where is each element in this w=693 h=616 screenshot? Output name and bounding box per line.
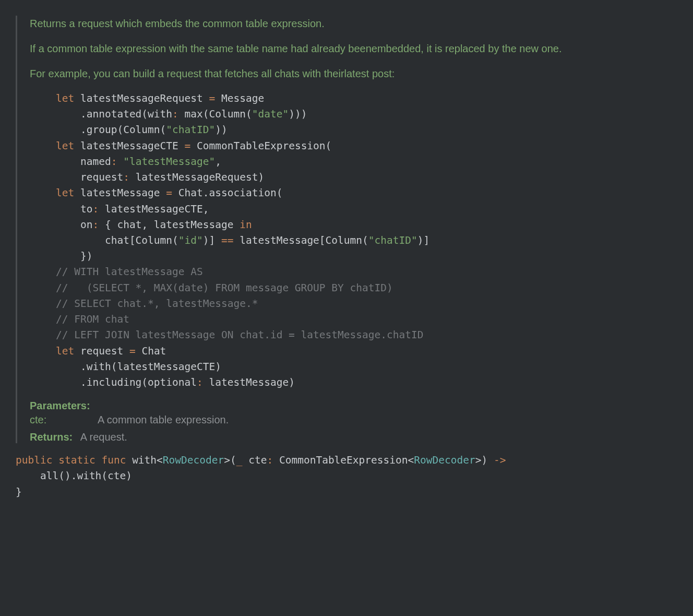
parameters-section: Parameters: cte: A common table expressi… (30, 400, 677, 426)
kw-let: let (56, 140, 74, 152)
comment: // WITH latestMessage AS (56, 266, 203, 278)
kw-let: let (56, 187, 74, 199)
parameters-label: Parameters: (30, 400, 672, 412)
doc-paragraph-2: If a common table expression with the sa… (30, 41, 677, 56)
closing-brace: } (16, 486, 22, 498)
fn-name: with (132, 454, 157, 466)
comment: // LEFT JOIN latestMessage ON chat.id = … (56, 329, 423, 341)
kw-static: static (58, 454, 95, 466)
parameter-description: A common table expression. (98, 414, 229, 426)
returns-section: Returns: A request. (30, 431, 677, 443)
returns-label: Returns: (30, 431, 73, 443)
kw-public: public (16, 454, 52, 466)
kw-func: func (101, 454, 126, 466)
kw-let: let (56, 92, 74, 104)
parameter-name: cte: (30, 414, 98, 426)
generic-type: RowDecoder (414, 454, 475, 466)
doc-paragraph-1: Returns a request which embeds the commo… (30, 16, 677, 31)
parameter-row: cte: A common table expression. (30, 414, 677, 426)
comment: // (SELECT *, MAX(date) FROM message GRO… (56, 282, 393, 294)
doc-paragraph-3: For example, you can build a request tha… (30, 66, 677, 81)
comment: // SELECT chat.*, latestMessage.* (56, 298, 258, 310)
documentation-block: Returns a request which embeds the commo… (16, 16, 677, 443)
comment: // FROM chat (56, 313, 129, 325)
kw-let: let (56, 345, 74, 357)
code-example[interactable]: let latestMessageRequest = Message .anno… (56, 91, 677, 390)
kw-in: in (240, 219, 252, 231)
returns-description: A request. (80, 431, 127, 443)
generic-type: RowDecoder (163, 454, 224, 466)
fn-body: all().with(cte) (16, 470, 132, 482)
function-signature[interactable]: public static func with<RowDecoder>(_ ct… (16, 453, 677, 500)
